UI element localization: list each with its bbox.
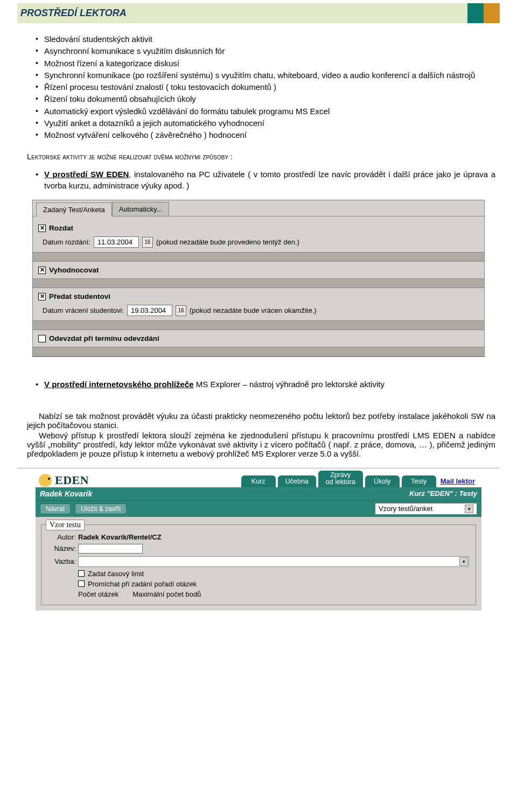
vazba-select[interactable]: ▾ xyxy=(78,556,469,567)
autor-label: Autor: xyxy=(48,533,76,541)
date-picker-button[interactable]: 16 xyxy=(142,237,153,248)
date-rozdani-hint: (pokud nezadáte bude provedeno tentýž de… xyxy=(156,238,299,246)
ulozit-zavrit-button[interactable]: Uložit & zavřít xyxy=(75,503,127,514)
feature-list: Sledování studentských aktivit Asynchron… xyxy=(36,34,495,141)
checkbox-odevzdat[interactable] xyxy=(38,335,46,342)
date-picker-button[interactable]: 16 xyxy=(176,305,186,316)
screenshot-eden-app: EDEN Kurz Učebna Zprávyod lektora Úkoly … xyxy=(17,468,500,610)
date-vraceni-input[interactable]: 19.03.2004 xyxy=(127,305,172,316)
chevron-down-icon: ▾ xyxy=(459,557,468,566)
list-item: V prostředí internetovského prohlížeče M… xyxy=(36,379,495,390)
page-title: PROSTŘEDÍ LEKTORA xyxy=(17,3,500,23)
tab-row: Zadaný Test/Anketa Automaticky... xyxy=(33,200,484,216)
mail-lektor-link[interactable]: Mail lektor xyxy=(436,475,479,487)
max-bodu-label: Maximální počet bodů xyxy=(132,590,201,598)
date-rozdani-label: Datum rozdání: xyxy=(43,238,90,246)
paragraph: Nabízí se tak možnost provádět výuku za … xyxy=(27,411,495,430)
checkbox-predat[interactable] xyxy=(38,293,46,300)
list-item: Možnost vytváření celkového ( závěrečnéh… xyxy=(36,130,495,141)
screenshot-dialog: Zadaný Test/Anketa Automaticky... Rozdat… xyxy=(32,200,485,357)
vzor-testu-fieldset: Vzor testu Autor: Radek Kovarik/Rentel/C… xyxy=(41,524,476,605)
checkbox-casovy-limit[interactable] xyxy=(78,570,85,577)
list-item: Synchronní komunikace (po rozšíření syst… xyxy=(36,70,495,81)
eden-logo: EDEN xyxy=(39,473,241,487)
tab-testy[interactable]: Testy xyxy=(402,475,436,487)
date-vraceni-label: Datum vrácení studentovi: xyxy=(43,306,124,314)
decor-stripes xyxy=(467,3,500,23)
checkbox-vyhodnocovat[interactable] xyxy=(38,267,46,274)
tab-kurz[interactable]: Kurz xyxy=(241,475,276,487)
fieldset-legend: Vzor testu xyxy=(46,520,85,530)
list-item: Možnost řízení a kategorizace diskusí xyxy=(36,58,495,69)
separator xyxy=(33,320,484,330)
list-item: Sledování studentských aktivit xyxy=(36,34,495,45)
list-item: Využití anket a dotazníků a jejich autom… xyxy=(36,118,495,129)
list-item: Řízení toku dokumentů obsahujících úkoly xyxy=(36,94,495,104)
vzory-select[interactable]: Vzory testů/anket ▾ xyxy=(375,503,477,515)
list-item: Asynchronní komunikace s využitím diskus… xyxy=(36,46,495,57)
nazev-label: Název: xyxy=(48,544,76,552)
navrat-button[interactable]: Návrat xyxy=(40,503,71,514)
list-item: V prostředí SW EDEN, instalovaného na PC… xyxy=(36,169,495,191)
separator xyxy=(33,347,484,356)
checkbox-predat-label: Předat studentovi xyxy=(49,292,110,300)
date-vraceni-hint: (pokud nezadáte bude vrácen okamžite.) xyxy=(190,306,317,314)
tab-ukoly[interactable]: Úkoly xyxy=(365,475,400,487)
pocet-otazek-label: Počet otázek xyxy=(78,590,118,598)
autor-value: Radek Kovarik/Rentel/CZ xyxy=(78,533,162,541)
vazba-label: Vazba: xyxy=(48,557,76,565)
checkbox-vyhodnocovat-label: Vyhodnocovat xyxy=(49,266,99,274)
tab-ucebna[interactable]: Učebna xyxy=(278,475,316,487)
eden-wordmark: EDEN xyxy=(55,473,89,487)
tab-automaticky[interactable]: Automaticky... xyxy=(112,202,170,216)
checkbox-rozdat-label: Rozdat xyxy=(49,224,73,232)
tab-zadany-test[interactable]: Zadaný Test/Anketa xyxy=(36,202,112,216)
nazev-input[interactable] xyxy=(78,544,143,554)
checkbox-rozdat[interactable] xyxy=(38,225,46,232)
profile-head-icon xyxy=(39,474,52,487)
separator xyxy=(33,278,484,288)
date-rozdani-input[interactable]: 11.03.2004 xyxy=(94,236,139,248)
checkbox-casovy-limit-label: Zadat časový limit xyxy=(88,570,144,578)
list-item: Automatický export výsledků vzdělávání d… xyxy=(36,106,495,117)
chevron-down-icon: ▾ xyxy=(465,505,473,513)
tab-zpravy[interactable]: Zprávyod lektora xyxy=(318,471,363,487)
section-intro: Lektorské aktivity je možné realizovat d… xyxy=(17,142,500,161)
paragraph: Webový přístup k prostředí lektora slouž… xyxy=(27,431,495,458)
separator xyxy=(33,252,484,262)
checkbox-odevzdat-label: Odevzdat při termínu odevzdání xyxy=(49,334,159,342)
checkbox-promichat[interactable] xyxy=(78,580,85,587)
checkbox-promichat-label: Promíchat při zadání pořadí otázek xyxy=(88,580,197,588)
list-item: Řízení procesu testování znalostí ( toku… xyxy=(36,82,495,93)
user-name: Radek Kovarik xyxy=(40,489,92,498)
breadcrumb: Kurz "EDEN" : Testy xyxy=(409,489,477,498)
